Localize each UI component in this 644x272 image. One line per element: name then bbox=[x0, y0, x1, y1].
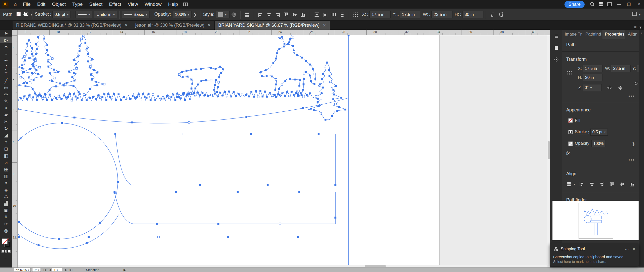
anchor-point[interactable] bbox=[284, 43, 286, 45]
anchor-point[interactable] bbox=[89, 97, 91, 99]
anchor-point[interactable] bbox=[89, 66, 91, 68]
anchor-point[interactable] bbox=[115, 99, 117, 101]
anchor-point[interactable] bbox=[148, 93, 150, 95]
align-center-h-icon[interactable] bbox=[588, 180, 596, 189]
document-tab[interactable]: jetton.ai* @ 300 % (RGB/Preview)✕ bbox=[132, 21, 215, 30]
anchor-point[interactable] bbox=[333, 94, 335, 96]
anchor-point[interactable] bbox=[30, 96, 32, 98]
anchor-point[interactable] bbox=[248, 96, 250, 98]
anchor-point[interactable] bbox=[264, 90, 266, 93]
anchor-point[interactable] bbox=[281, 36, 283, 38]
workspace-switcher[interactable]: ▾ bbox=[632, 11, 640, 18]
anchor-point[interactable] bbox=[348, 35, 350, 36]
opacity-more-icon[interactable]: ❯ bbox=[193, 12, 197, 17]
opacity-more-icon[interactable]: ❯ bbox=[632, 141, 635, 146]
align-right-icon[interactable] bbox=[273, 10, 282, 19]
horizontal-ruler[interactable]: 81012141618202224262830323436384042 bbox=[18, 30, 550, 35]
anchor-point[interactable] bbox=[161, 98, 163, 100]
anchor-point[interactable] bbox=[334, 217, 336, 219]
anchor-point[interactable] bbox=[334, 184, 336, 186]
anchor-point[interactable] bbox=[44, 93, 46, 95]
rectangle-tool[interactable]: ▭ bbox=[0, 84, 12, 91]
anchor-point[interactable] bbox=[96, 84, 98, 86]
search-icon[interactable] bbox=[588, 0, 597, 9]
eraser-tool[interactable]: ▰ bbox=[0, 111, 12, 118]
anchor-point[interactable] bbox=[295, 92, 297, 94]
anchor-point[interactable] bbox=[185, 70, 187, 72]
anchor-point[interactable] bbox=[46, 49, 48, 51]
scissors-tool[interactable]: ✂ bbox=[0, 118, 12, 125]
panel-tab-image-tr[interactable]: Image Tr bbox=[562, 30, 583, 39]
anchor-point[interactable] bbox=[271, 76, 273, 78]
anchor-point[interactable] bbox=[250, 133, 252, 135]
anchor-point[interactable] bbox=[261, 75, 263, 77]
anchor-point[interactable] bbox=[63, 95, 65, 97]
opacity-panel-link[interactable]: Opacity bbox=[575, 141, 589, 146]
opacity-link-label[interactable]: Opacity: bbox=[154, 12, 171, 17]
anchor-point[interactable] bbox=[71, 76, 73, 78]
anchor-point[interactable] bbox=[261, 96, 263, 98]
anchor-point[interactable] bbox=[28, 57, 30, 59]
panel-tab-properties[interactable]: Properties bbox=[602, 30, 626, 39]
anchor-point[interactable] bbox=[55, 85, 57, 87]
anchor-point[interactable] bbox=[321, 92, 323, 94]
field-stepper[interactable]: ▴▾ bbox=[460, 13, 461, 17]
anchor-point[interactable] bbox=[91, 78, 93, 80]
recolor-artwork-icon[interactable] bbox=[230, 10, 238, 19]
anchor-point[interactable] bbox=[219, 66, 221, 68]
align-left-icon[interactable] bbox=[256, 10, 265, 19]
anchor-point[interactable] bbox=[222, 95, 224, 97]
anchor-point[interactable] bbox=[195, 94, 197, 96]
anchor-point[interactable] bbox=[204, 94, 206, 96]
anchor-point[interactable] bbox=[215, 68, 217, 70]
anchor-point[interactable] bbox=[217, 96, 219, 98]
align-top-icon[interactable] bbox=[608, 180, 616, 189]
anchor-point[interactable] bbox=[68, 71, 70, 73]
lasso-tool[interactable]: ◌ bbox=[0, 50, 12, 57]
anchor-point[interactable] bbox=[292, 37, 294, 39]
anchor-point[interactable] bbox=[32, 97, 34, 99]
anchor-point[interactable] bbox=[332, 98, 334, 100]
align-middle-v-icon[interactable] bbox=[290, 10, 299, 19]
anchor-point[interactable] bbox=[214, 84, 216, 86]
symbol-sprayer-tool[interactable]: ⁂ bbox=[0, 193, 12, 200]
anchor-point[interactable] bbox=[322, 73, 324, 75]
anchor-point[interactable] bbox=[181, 71, 183, 73]
anchor-point[interactable] bbox=[99, 222, 101, 224]
anchor-point[interactable] bbox=[142, 93, 144, 95]
align-bottom-icon[interactable] bbox=[628, 180, 636, 189]
anchor-point[interactable] bbox=[75, 96, 77, 98]
anchor-point[interactable] bbox=[55, 97, 57, 99]
anchor-point[interactable] bbox=[191, 79, 193, 81]
direct-selection-tool[interactable]: ▷ bbox=[0, 37, 12, 43]
anchor-point[interactable] bbox=[188, 122, 190, 124]
anchor-point[interactable] bbox=[26, 98, 28, 100]
eyedropper-tool[interactable]: ✦ bbox=[0, 179, 12, 186]
vector-path-tree[interactable] bbox=[62, 35, 105, 95]
anchor-point[interactable] bbox=[18, 108, 19, 110]
anchor-point[interactable] bbox=[35, 53, 37, 55]
menu-effect[interactable]: Effect bbox=[106, 0, 124, 9]
anchor-point[interactable] bbox=[220, 72, 222, 74]
curvature-tool[interactable]: ʃ bbox=[0, 64, 12, 71]
anchor-point[interactable] bbox=[310, 80, 312, 82]
anchor-point[interactable] bbox=[275, 78, 277, 80]
anchor-point[interactable] bbox=[166, 95, 168, 97]
anchor-point[interactable] bbox=[73, 116, 75, 118]
anchor-point[interactable] bbox=[210, 79, 212, 81]
anchor-point[interactable] bbox=[275, 58, 277, 60]
anchor-point[interactable] bbox=[20, 138, 22, 140]
anchor-point[interactable] bbox=[28, 39, 30, 41]
anchor-point[interactable] bbox=[245, 116, 247, 118]
anchor-point[interactable] bbox=[314, 73, 316, 75]
anchor-point[interactable] bbox=[103, 93, 105, 95]
close-icon[interactable]: ✕ bbox=[634, 0, 644, 9]
anchor-point[interactable] bbox=[309, 75, 311, 77]
anchor-point[interactable] bbox=[282, 39, 284, 41]
menu-help[interactable]: Help bbox=[165, 0, 181, 9]
anchor-point[interactable] bbox=[278, 48, 280, 50]
anchor-point[interactable] bbox=[23, 56, 25, 58]
fill-none-swatch[interactable] bbox=[566, 116, 575, 125]
anchor-point[interactable] bbox=[58, 96, 60, 98]
ruler-origin-corner[interactable] bbox=[12, 30, 18, 35]
